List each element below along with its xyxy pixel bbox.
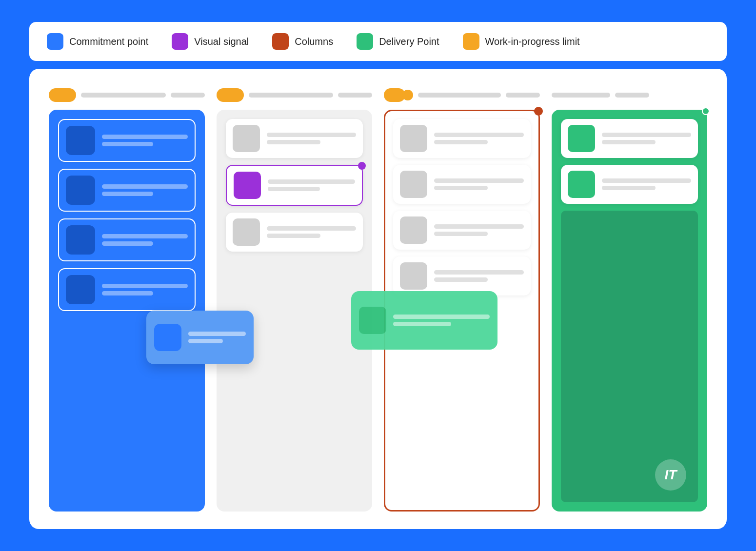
col3-card1-line1 [434, 133, 524, 137]
col1-card4-lines [102, 284, 188, 295]
legend-item-commitment: Commitment point [47, 33, 148, 50]
col3-card1-line2 [434, 140, 488, 144]
wip-limit-icon [463, 33, 479, 50]
commitment-icon [47, 33, 63, 50]
col1-card4-line2 [102, 291, 153, 295]
blue-drag-card[interactable] [146, 311, 254, 364]
col2-card2-thumb [234, 172, 261, 199]
main-canvas: IT [29, 69, 727, 529]
legend-bar: Commitment point Visual signal Columns D… [29, 22, 727, 61]
col3-corner-dot [534, 107, 543, 116]
legend-label-commitment: Commitment point [69, 36, 148, 47]
col1-card2-line1 [102, 184, 188, 189]
logo-badge: IT [655, 459, 686, 491]
col3-card3-line1 [434, 224, 524, 229]
col4-header [552, 86, 708, 104]
col2-card3-line2 [267, 234, 320, 238]
col3-card4-line1 [434, 270, 524, 275]
col3-card-2 [393, 165, 531, 204]
col3-card2-line1 [434, 178, 524, 183]
col2-card1-lines [267, 133, 357, 144]
col3-card3-lines [434, 224, 524, 236]
col2-card1-line2 [267, 140, 320, 144]
green-drag-line1 [393, 315, 490, 319]
col1-badge [49, 88, 76, 102]
col1-header-line [81, 93, 166, 98]
column-1 [49, 86, 205, 512]
col1-card3-thumb [66, 225, 95, 255]
col4-card1-line2 [602, 140, 656, 144]
col4-card1-thumb [568, 125, 595, 152]
col3-card4-lines [434, 270, 524, 282]
col4-header-line1 [552, 93, 610, 98]
col1-card1-lines [102, 135, 188, 146]
col2-badge [217, 88, 244, 102]
col1-card-1 [58, 119, 196, 162]
col3-card3-line2 [434, 232, 488, 236]
green-drag-area [351, 291, 497, 350]
col4-wip-area: IT [561, 211, 698, 502]
legend-label-columns: Columns [295, 36, 333, 47]
logo-text: IT [665, 467, 677, 483]
col1-card4-line1 [102, 284, 188, 288]
col1-card1-line1 [102, 135, 188, 139]
col2-card2-line1 [268, 179, 356, 184]
col1-card3-line1 [102, 234, 188, 238]
col3-card2-lines [434, 178, 524, 190]
col2-card1-thumb [233, 125, 260, 152]
col4-card1-lines [602, 133, 692, 144]
col4-card2-thumb [568, 171, 595, 198]
col1-card3-lines [102, 234, 188, 246]
col3-header-line-short [506, 93, 540, 98]
col1-card3-line2 [102, 241, 153, 246]
col1-card1-thumb [66, 126, 95, 155]
legend-label-delivery-point: Delivery Point [379, 36, 439, 47]
col4-card2-line1 [602, 178, 692, 183]
col1-card2-lines [102, 184, 188, 196]
col3-card1-thumb [400, 125, 427, 152]
column-4: IT [552, 86, 708, 512]
app-container: Commitment point Visual signal Columns D… [29, 22, 727, 529]
col4-card2-lines [602, 178, 692, 190]
col2-header-line-short [338, 93, 372, 98]
blue-drag-card-lines [188, 332, 246, 343]
col3-card2-thumb [400, 171, 427, 198]
green-drag-card-thumb [359, 307, 386, 334]
col2-card3-lines [267, 226, 357, 238]
col3-badge-circle [402, 90, 413, 100]
col2-card3-line1 [267, 226, 357, 231]
col2-header [217, 86, 373, 104]
legend-item-visual-signal: Visual signal [172, 33, 249, 50]
purple-signal-dot [358, 162, 366, 170]
blue-drag-line2 [188, 339, 223, 343]
green-drag-card[interactable] [351, 291, 497, 350]
col4-card2-line2 [602, 186, 656, 190]
col2-card2-line2 [268, 187, 320, 191]
col3-card-1 [393, 119, 531, 158]
col1-card-3 [58, 218, 196, 261]
green-drag-card-lines [393, 315, 490, 326]
col4-card-1 [561, 119, 698, 158]
legend-label-visual-signal: Visual signal [194, 36, 249, 47]
col1-card2-thumb [66, 176, 95, 205]
col1-card2-line2 [102, 192, 153, 196]
col2-header-line [249, 93, 334, 98]
visual-signal-icon [172, 33, 188, 50]
col1-header-line-short [171, 93, 205, 98]
col3-card3-thumb [400, 216, 427, 244]
column-2 [217, 86, 373, 512]
col1-card-2 [58, 169, 196, 212]
col4-header-line2 [615, 93, 649, 98]
col3-card4-thumb [400, 262, 427, 290]
col3-card4-line2 [434, 277, 488, 282]
legend-item-wip-limit: Work-in-progress limit [463, 33, 580, 50]
col4-card1-line1 [602, 133, 692, 137]
col1-card4-thumb [66, 275, 95, 304]
green-drag-line2 [393, 322, 451, 326]
col4-body: IT [552, 110, 708, 512]
legend-item-delivery-point: Delivery Point [357, 33, 439, 50]
col3-header-line [418, 93, 501, 98]
columns-icon [272, 33, 289, 50]
col4-corner-dot [702, 107, 710, 115]
col3-card2-line2 [434, 186, 488, 190]
